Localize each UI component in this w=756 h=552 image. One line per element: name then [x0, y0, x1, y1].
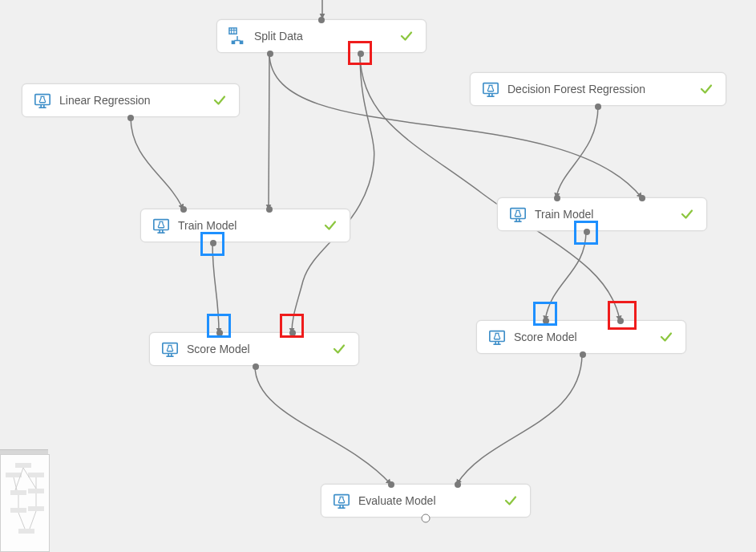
svg-rect-30	[334, 495, 349, 505]
svg-rect-38	[10, 490, 26, 495]
experiment-icon	[488, 328, 506, 346]
port-in-right[interactable]	[639, 195, 645, 201]
data-split-icon	[228, 27, 246, 45]
port-out[interactable]	[422, 514, 431, 523]
port-out[interactable]	[127, 115, 134, 121]
node-label: Train Model	[535, 208, 673, 221]
port-out[interactable]	[584, 229, 590, 235]
status-ok-icon	[398, 28, 414, 44]
svg-rect-36	[6, 473, 22, 477]
status-ok-icon	[658, 329, 674, 345]
svg-rect-0	[229, 28, 237, 34]
node-score-model-1[interactable]: Score Model	[149, 332, 359, 366]
port-out[interactable]	[580, 351, 586, 358]
port-in-left[interactable]	[388, 481, 394, 488]
svg-rect-39	[28, 489, 44, 493]
svg-rect-10	[483, 83, 498, 94]
svg-rect-22	[163, 343, 177, 354]
port-out-right[interactable]	[358, 51, 364, 57]
port-in-left[interactable]	[180, 206, 187, 213]
svg-rect-41	[28, 506, 44, 511]
svg-rect-5	[240, 41, 244, 45]
experiment-canvas[interactable]: Split Data Linear Regression	[0, 0, 756, 552]
experiment-icon	[333, 492, 350, 509]
svg-rect-18	[511, 209, 525, 219]
port-out[interactable]	[210, 240, 216, 246]
svg-rect-35	[15, 463, 31, 468]
node-label: Score Model	[187, 343, 325, 355]
port-in-left[interactable]	[543, 318, 549, 324]
experiment-icon	[509, 205, 527, 223]
svg-rect-14	[154, 220, 168, 230]
svg-rect-6	[35, 95, 50, 105]
node-train-model-2[interactable]: Train Model	[497, 197, 707, 231]
status-ok-icon	[331, 341, 347, 357]
experiment-icon	[152, 217, 170, 234]
svg-rect-26	[490, 331, 504, 342]
node-evaluate-model[interactable]: Evaluate Model	[321, 484, 531, 518]
node-score-model-2[interactable]: Score Model	[476, 320, 686, 354]
status-ok-icon	[679, 206, 695, 222]
experiment-icon	[482, 80, 499, 98]
node-train-model-1[interactable]: Train Model	[140, 209, 350, 242]
port-in-right[interactable]	[266, 206, 273, 213]
svg-rect-37	[28, 473, 44, 477]
node-label: Train Model	[178, 219, 316, 232]
svg-rect-4	[232, 41, 236, 45]
port-out[interactable]	[253, 363, 259, 370]
port-out-left[interactable]	[267, 51, 273, 57]
svg-rect-42	[18, 529, 34, 534]
port-in-right[interactable]	[617, 318, 624, 324]
node-decision-forest-regression[interactable]: Decision Forest Regression	[470, 72, 726, 106]
node-label: Linear Regression	[59, 94, 205, 107]
port-in[interactable]	[318, 17, 325, 23]
experiment-icon	[161, 340, 179, 358]
port-out[interactable]	[595, 104, 601, 110]
svg-rect-34	[1, 455, 49, 551]
port-in-right[interactable]	[289, 330, 296, 336]
minimap[interactable]	[0, 454, 50, 552]
node-label: Score Model	[514, 331, 652, 343]
status-ok-icon	[212, 92, 228, 108]
status-ok-icon	[698, 81, 714, 97]
status-ok-icon	[503, 493, 519, 509]
port-in-right[interactable]	[455, 481, 461, 488]
svg-rect-40	[10, 508, 26, 513]
status-ok-icon	[322, 217, 338, 233]
experiment-icon	[34, 91, 51, 109]
node-linear-regression[interactable]: Linear Regression	[22, 83, 240, 117]
node-label: Evaluate Model	[358, 494, 496, 507]
node-label: Decision Forest Regression	[507, 83, 692, 95]
node-label: Split Data	[254, 30, 392, 43]
node-split-data[interactable]: Split Data	[216, 19, 427, 53]
port-in-left[interactable]	[216, 330, 223, 336]
port-in-left[interactable]	[554, 195, 560, 201]
